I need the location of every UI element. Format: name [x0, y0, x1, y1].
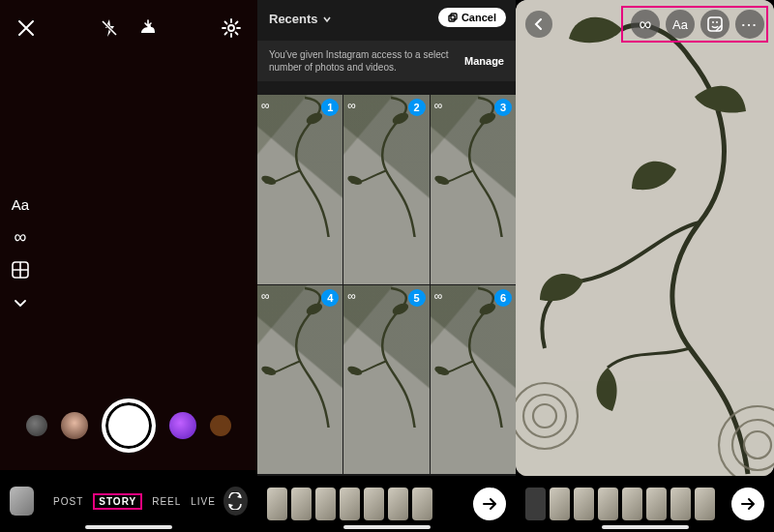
album-label: Recents: [269, 12, 318, 26]
effect-item[interactable]: [61, 412, 88, 439]
more-icon[interactable]: ···: [735, 10, 764, 39]
strip-thumb[interactable]: [388, 488, 408, 520]
svg-point-7: [346, 174, 363, 187]
text-tool-icon[interactable]: Aa: [10, 193, 31, 215]
story-preview-screen: ∞ Aa ···: [516, 0, 774, 532]
strip-thumb[interactable]: [670, 488, 691, 520]
strip-thumb[interactable]: [364, 488, 384, 520]
svg-point-13: [346, 364, 363, 376]
svg-rect-16: [516, 0, 774, 476]
access-banner: You've given Instagram access to a selec…: [257, 41, 516, 81]
picker-bottom-bar: [257, 476, 516, 532]
access-message: You've given Instagram access to a selec…: [269, 48, 457, 74]
copy-icon: [448, 13, 458, 22]
text-tool-icon[interactable]: Aa: [666, 10, 695, 39]
boomerang-badge-icon: ∞: [347, 289, 356, 303]
selection-number-badge: 4: [321, 289, 339, 307]
svg-point-0: [228, 25, 234, 31]
home-indicator: [85, 525, 172, 529]
download-icon[interactable]: [135, 15, 161, 41]
photo-cell[interactable]: ∞ 4: [257, 285, 342, 475]
camera-top-bar: [0, 15, 257, 41]
svg-point-15: [433, 364, 450, 376]
mode-post[interactable]: POST: [53, 496, 83, 507]
svg-point-5: [260, 174, 277, 187]
shutter-button[interactable]: [102, 399, 156, 453]
cancel-button[interactable]: Cancel: [438, 8, 506, 27]
album-selector[interactable]: Recents: [269, 12, 332, 26]
flash-off-icon[interactable]: [97, 15, 122, 41]
svg-point-24: [712, 21, 714, 23]
photo-grid[interactable]: ∞ 1 ∞ 2 ∞ 3 ∞ 4: [257, 95, 516, 474]
effect-item[interactable]: [169, 412, 196, 439]
next-button[interactable]: [473, 488, 506, 520]
boomerang-icon[interactable]: ∞: [631, 10, 660, 39]
gallery-thumbnail[interactable]: [10, 487, 34, 516]
story-camera-screen: Aa ∞ POST STORY REEL LIVE: [0, 0, 257, 532]
strip-thumb[interactable]: [622, 488, 642, 520]
svg-rect-2: [449, 15, 455, 21]
camera-left-tools: Aa ∞: [10, 193, 31, 313]
mode-switcher[interactable]: POST STORY REEL LIVE: [53, 493, 216, 510]
svg-point-9: [433, 174, 450, 187]
layout-tool-icon[interactable]: [10, 259, 31, 281]
manage-button[interactable]: Manage: [464, 55, 504, 67]
photo-cell[interactable]: ∞ 3: [431, 95, 516, 284]
next-button[interactable]: [731, 488, 764, 520]
effect-item[interactable]: [210, 415, 231, 436]
vine-art: [343, 285, 429, 428]
strip-thumb[interactable]: [695, 488, 715, 520]
selection-number-badge: 2: [408, 99, 426, 116]
strip-thumb[interactable]: [646, 488, 667, 520]
sticker-icon[interactable]: [700, 10, 729, 39]
effects-carousel[interactable]: [0, 399, 257, 453]
svg-point-4: [305, 110, 324, 126]
strip-thumb[interactable]: [315, 488, 336, 520]
svg-point-12: [391, 301, 410, 316]
strip-thumb[interactable]: [412, 488, 432, 520]
strip-thumb[interactable]: [267, 488, 287, 520]
vine-art: [257, 285, 342, 428]
svg-point-14: [477, 301, 496, 316]
floral-art: [516, 0, 774, 476]
photo-cell[interactable]: ∞ 1: [257, 95, 342, 284]
home-indicator: [602, 525, 689, 529]
mode-live[interactable]: LIVE: [191, 496, 216, 507]
photo-cell[interactable]: ∞ 5: [343, 285, 429, 475]
strip-thumb[interactable]: [598, 488, 618, 520]
back-button[interactable]: [525, 11, 552, 38]
boomerang-tool-icon[interactable]: ∞: [10, 226, 31, 248]
preview-bottom-bar: [516, 476, 774, 532]
preview-canvas[interactable]: [516, 0, 774, 476]
settings-icon[interactable]: [219, 15, 244, 41]
vine-art: [431, 285, 516, 428]
vine-art: [431, 95, 516, 237]
boomerang-badge-icon: ∞: [434, 289, 443, 303]
preview-tool-group: ∞ Aa ···: [631, 10, 764, 39]
strip-thumb[interactable]: [291, 488, 312, 520]
mode-reel[interactable]: REEL: [152, 496, 181, 507]
svg-rect-23: [708, 17, 722, 31]
svg-point-25: [716, 21, 718, 23]
preview-top-bar: ∞ Aa ···: [525, 10, 764, 39]
strip-thumb[interactable]: [340, 488, 360, 520]
boomerang-badge-icon: ∞: [434, 99, 443, 112]
svg-rect-3: [451, 14, 457, 19]
close-icon[interactable]: [14, 15, 39, 41]
selection-number-badge: 3: [494, 99, 512, 116]
svg-point-6: [391, 110, 410, 126]
effect-item[interactable]: [26, 415, 47, 436]
boomerang-badge-icon: ∞: [261, 99, 270, 112]
photo-cell[interactable]: ∞ 6: [431, 285, 516, 475]
photo-cell[interactable]: ∞ 2: [343, 95, 429, 284]
home-indicator: [343, 525, 431, 529]
boomerang-badge-icon: ∞: [347, 99, 356, 112]
camera-bottom-bar: POST STORY REEL LIVE: [0, 470, 257, 532]
chevron-down-icon[interactable]: [10, 292, 31, 313]
chevron-down-icon: [322, 15, 332, 24]
mode-story[interactable]: STORY: [93, 493, 142, 510]
strip-thumb[interactable]: [550, 488, 570, 520]
strip-thumb[interactable]: [574, 488, 594, 520]
camera-switch-icon[interactable]: [223, 487, 248, 516]
svg-point-10: [305, 301, 324, 316]
